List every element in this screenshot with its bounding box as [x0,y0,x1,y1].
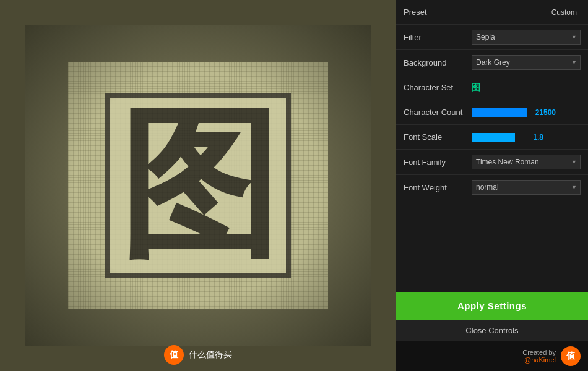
font-weight-row: Font Weight normal bold lighter [396,175,588,200]
created-by-text: Created by [522,349,556,356]
watermark-text-area: Created by @haKimel [522,349,556,364]
preset-value: Custom [551,8,577,17]
font-weight-select-wrapper: normal bold lighter [472,180,581,195]
watermark-icon: 值 [561,346,581,366]
font-weight-select[interactable]: normal bold lighter [472,180,581,195]
character-count-slider[interactable] [472,108,527,117]
character-set-display: 图 [472,82,480,93]
character-set-row: Character Set 图 [396,75,588,100]
font-scale-slider[interactable] [472,133,515,142]
preset-row: Preset Custom [396,0,588,25]
preset-label: Preset [404,7,551,17]
background-row: Background Dark Grey Black Grey White [396,50,588,75]
font-family-value: Times New Roman Arial Courier New Verdan… [472,155,581,169]
ascii-char-display: 图 [105,93,291,278]
filter-row: Filter Sepia None Grayscale Invert [396,25,588,50]
controls-panel: Preset Custom Filter Sepia None Grayscal… [396,0,588,371]
background-select[interactable]: Dark Grey Black Grey White [472,55,581,70]
canvas-area: 图 值 什么值得买 [0,0,396,371]
font-family-label: Font Family [404,158,472,167]
font-family-select[interactable]: Times New Roman Arial Courier New Verdan… [472,155,581,169]
watermark-handle: @haKimel [522,356,556,364]
font-weight-value: normal bold lighter [472,180,581,195]
ascii-art-inner: 图 [68,62,328,309]
character-count-row: Character Count 21500 [396,100,588,125]
background-value: Dark Grey Black Grey White [472,55,581,70]
character-count-value: 21500 [472,108,581,117]
background-label: Background [404,58,472,67]
canvas-watermark-text: 什么值得买 [189,349,232,360]
font-scale-display: 1.8 [519,133,543,142]
close-controls-button[interactable]: Close Controls [396,320,588,341]
canvas-watermark: 值 什么值得买 [164,345,232,365]
controls-filler [396,200,588,292]
controls-bottom: Apply Settings Close Controls Created by… [396,292,588,371]
font-weight-label: Font Weight [404,183,472,192]
background-select-wrapper: Dark Grey Black Grey White [472,55,581,70]
font-family-select-wrapper: Times New Roman Arial Courier New Verdan… [472,155,581,169]
filter-value: Sepia None Grayscale Invert [472,30,581,45]
ascii-canvas: 图 [25,25,371,346]
character-count-display: 21500 [531,108,556,117]
character-set-value: 图 [472,82,581,93]
filter-label: Filter [404,33,472,42]
filter-select[interactable]: Sepia None Grayscale Invert [472,30,581,45]
canvas-watermark-icon: 值 [164,345,184,365]
font-scale-label: Font Scale [404,132,472,142]
watermark-bar: Created by @haKimel 值 [396,341,588,371]
font-family-row: Font Family Times New Roman Arial Courie… [396,150,588,175]
character-set-label: Character Set [404,83,472,92]
apply-settings-button[interactable]: Apply Settings [396,292,588,320]
filter-select-wrapper: Sepia None Grayscale Invert [472,30,581,45]
font-scale-value: 1.8 [472,133,581,142]
character-count-label: Character Count [404,108,472,117]
font-scale-row: Font Scale 1.8 [396,125,588,150]
